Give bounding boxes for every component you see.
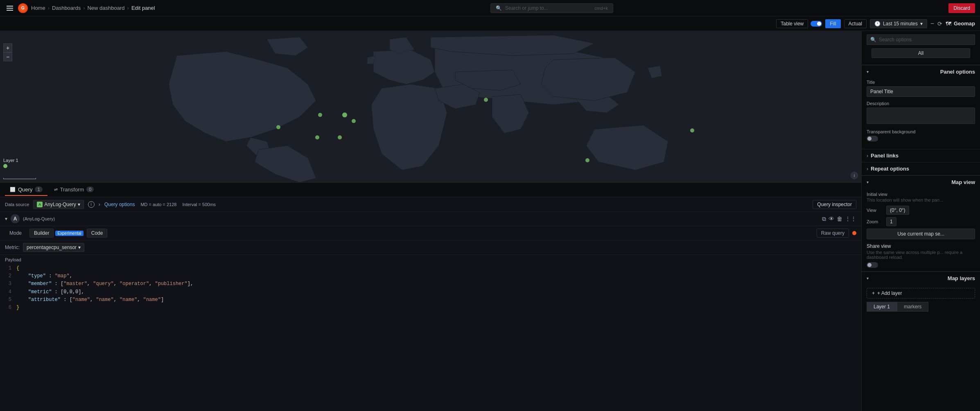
menu-button[interactable] bbox=[5, 4, 15, 12]
query-tab-icon: ⬜ bbox=[10, 187, 16, 192]
discard-button[interactable]: Discard bbox=[948, 3, 975, 13]
layer1-tab[interactable]: Layer 1 bbox=[867, 302, 897, 312]
collapse-button[interactable]: ▾ bbox=[5, 216, 7, 222]
plus-icon: + bbox=[872, 290, 875, 296]
new-dashboard-link[interactable]: New dashboard bbox=[87, 5, 124, 11]
title-input[interactable] bbox=[867, 86, 975, 97]
move-query-button[interactable]: ⋮⋮ bbox=[845, 216, 856, 222]
orange-dot bbox=[852, 231, 856, 235]
title-field-label: Title bbox=[867, 80, 975, 85]
search-icon: 🔍 bbox=[496, 5, 502, 11]
search-options-input[interactable]: 🔍 Search options bbox=[867, 34, 975, 45]
zoom-label: Zoom bbox=[867, 219, 883, 224]
code-line-4: 4 "metric" : [0,0,0], bbox=[5, 288, 856, 296]
zoom-row: Zoom 1 bbox=[867, 217, 975, 226]
tab-query[interactable]: ⬜ Query 1 bbox=[5, 184, 47, 196]
chevron-right-icon: › bbox=[867, 166, 868, 172]
map-layers-title: Map layers bbox=[948, 275, 975, 281]
code-line-5: 5 "attribute" : ["name", "name", "name",… bbox=[5, 296, 856, 304]
zoom-out-button[interactable]: − bbox=[3, 52, 12, 61]
description-textarea[interactable] bbox=[867, 108, 975, 124]
code-button[interactable]: Code bbox=[87, 229, 108, 238]
chevron-down-icon: ▾ bbox=[867, 70, 869, 74]
search-bar[interactable]: 🔍 Search or jump to... cmd+k bbox=[490, 3, 613, 13]
metric-select[interactable]: percentagecpu_sensor ▾ bbox=[23, 243, 84, 252]
actual-button[interactable]: Actual bbox=[844, 19, 867, 28]
title-field-row: Title bbox=[867, 80, 975, 97]
query-actions: ⧉ 👁 🗑 ⋮⋮ bbox=[822, 216, 856, 222]
zoom-in-button[interactable]: + bbox=[3, 43, 12, 52]
query-tabs: ⬜ Query 1 ⇌ Transform 0 bbox=[0, 182, 861, 197]
panel-type-icon: 🗺 bbox=[946, 20, 951, 27]
share-view-toggle[interactable] bbox=[867, 262, 878, 268]
panel-links-title: Panel links bbox=[871, 153, 899, 159]
dashboards-link[interactable]: Dashboards bbox=[52, 5, 81, 11]
map-layers-section-header[interactable]: ▾ Map layers bbox=[862, 272, 980, 285]
svg-point-3 bbox=[352, 119, 356, 123]
view-value: (0°, 0°) bbox=[886, 206, 909, 215]
fill-button[interactable]: Fill bbox=[825, 19, 840, 28]
description-field-label: Description bbox=[867, 101, 975, 106]
duplicate-query-button[interactable]: ⧉ bbox=[822, 216, 826, 222]
svg-point-5 bbox=[338, 135, 342, 139]
editor-area: + − Layer 1 i ⬜ Query 1 ⇌ bbox=[0, 31, 861, 411]
tab-transform[interactable]: ⇌ Transform 0 bbox=[49, 184, 99, 196]
search-placeholder: Search or jump to... bbox=[505, 5, 548, 11]
clock-icon: 🕐 bbox=[874, 21, 881, 27]
table-view-toggle[interactable] bbox=[811, 21, 822, 27]
world-map-svg bbox=[0, 31, 861, 182]
topbar-left: G Home › Dashboards › New dashboard › Ed… bbox=[5, 3, 155, 13]
metric-row: Metric: percentagecpu_sensor ▾ bbox=[0, 240, 861, 255]
view-row: View (0°, 0°) bbox=[867, 206, 975, 215]
query-inspector-button[interactable]: Query inspector bbox=[813, 200, 856, 209]
svg-point-6 bbox=[276, 125, 280, 129]
builder-button[interactable]: Builder bbox=[29, 229, 54, 238]
panel-links-section-header[interactable]: › Panel links bbox=[862, 149, 980, 162]
time-range-picker[interactable]: 🕐 Last 15 minutes ▾ bbox=[870, 19, 927, 28]
svg-point-8 bbox=[690, 128, 694, 133]
svg-point-2 bbox=[318, 113, 322, 117]
panel-name-area: 🗺 Geomap bbox=[946, 20, 975, 27]
info-button[interactable]: i bbox=[851, 172, 858, 179]
breadcrumb: Home › Dashboards › New dashboard › Edit… bbox=[31, 5, 155, 11]
delete-query-button[interactable]: 🗑 bbox=[837, 216, 842, 222]
panel-options-body: Title Description Transparent background bbox=[862, 78, 980, 149]
interval-label: Interval = 500ms bbox=[182, 202, 216, 207]
repeat-options-section-header[interactable]: › Repeat options bbox=[862, 162, 980, 175]
query-body: ▾ A (AnyLog-Query) ⧉ 👁 🗑 ⋮⋮ Mode Builder… bbox=[0, 212, 861, 411]
layer-dot bbox=[3, 164, 7, 168]
visibility-button[interactable]: 👁 bbox=[829, 216, 834, 222]
map-view-section-header[interactable]: ▾ Map view bbox=[862, 175, 980, 189]
datasource-info-button[interactable]: i bbox=[88, 201, 95, 208]
home-link[interactable]: Home bbox=[31, 5, 45, 11]
zoom-out-button[interactable]: − bbox=[930, 20, 934, 27]
panel-options-section-header[interactable]: ▾ Panel options bbox=[862, 65, 980, 78]
search-icon: 🔍 bbox=[870, 37, 876, 43]
transform-tab-count: 0 bbox=[86, 186, 94, 192]
raw-query-button[interactable]: Raw query bbox=[817, 229, 849, 238]
mode-button[interactable]: Mode bbox=[5, 229, 26, 238]
query-tab-count: 1 bbox=[35, 186, 42, 192]
layer-tabs: Layer 1 markers bbox=[867, 302, 975, 312]
all-tab[interactable]: All bbox=[872, 48, 970, 58]
code-line-6: 6 } bbox=[5, 304, 856, 312]
panel-name-label: Geomap bbox=[954, 20, 975, 27]
refresh-button[interactable]: ⟳ bbox=[937, 20, 942, 27]
query-mode-bar: Mode Builder Experimental Code Raw query bbox=[0, 226, 861, 240]
edit-panel-label: Edit panel bbox=[131, 5, 155, 11]
chevron-right-icon: › bbox=[867, 153, 868, 159]
map-layers-body: + + Add layer Layer 1 markers bbox=[862, 285, 980, 315]
query-options-link[interactable]: Query options bbox=[104, 202, 135, 207]
table-view-button[interactable]: Table view bbox=[776, 19, 808, 28]
chevron-down-icon: ▾ bbox=[920, 21, 923, 27]
payload-label: Payload bbox=[0, 255, 861, 263]
repeat-options-title: Repeat options bbox=[871, 166, 909, 172]
datasource-select[interactable]: A AnyLog-Query ▾ bbox=[33, 200, 84, 209]
markers-tab[interactable]: markers bbox=[897, 302, 928, 312]
datasource-icon: A bbox=[37, 202, 43, 207]
add-layer-button[interactable]: + + Add layer bbox=[867, 288, 975, 299]
datasource-name: AnyLog-Query bbox=[44, 202, 76, 207]
search-options-placeholder: Search options bbox=[879, 37, 912, 43]
use-current-map-button[interactable]: Use current map se... bbox=[867, 229, 975, 239]
transparent-toggle-switch[interactable] bbox=[867, 136, 878, 141]
